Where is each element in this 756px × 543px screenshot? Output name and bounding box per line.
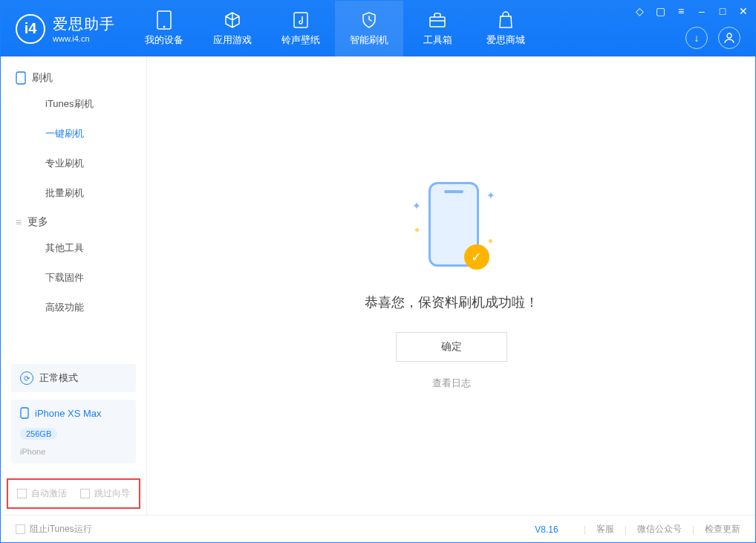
phone-icon: [16, 71, 26, 85]
svg-rect-5: [16, 72, 25, 84]
options-highlight: 自动激活 跳过向导: [7, 478, 140, 509]
app-logo-icon: i4: [16, 14, 45, 44]
update-link[interactable]: 检查更新: [705, 523, 740, 536]
wechat-link[interactable]: 微信公众号: [637, 523, 682, 536]
svg-rect-6: [21, 408, 28, 418]
sidebar-item-advanced[interactable]: 高级功能: [16, 293, 131, 322]
option-block-itunes[interactable]: 阻止iTunes运行: [16, 523, 92, 536]
nav-wallpaper[interactable]: 铃声壁纸: [267, 1, 335, 56]
main-content: ✦✦ ✓ 恭喜您，保资料刷机成功啦！ 确定 查看日志: [147, 56, 755, 515]
sidebar-section-more: ≡ 更多: [16, 215, 131, 229]
svg-rect-3: [430, 17, 445, 27]
check-badge-icon: ✓: [464, 244, 489, 270]
checkbox-icon[interactable]: [17, 489, 27, 498]
checkbox-icon[interactable]: [80, 489, 90, 498]
mode-card[interactable]: ⟳ 正常模式: [11, 364, 136, 392]
option-skip-guide[interactable]: 跳过向导: [80, 487, 130, 500]
success-message: 恭喜您，保资料刷机成功啦！: [365, 293, 538, 311]
app-subtitle: www.i4.cn: [53, 34, 115, 43]
nav-my-device[interactable]: 我的设备: [130, 1, 198, 56]
nav-toolbox[interactable]: 工具箱: [403, 1, 472, 56]
logo: i4 爱思助手 www.i4.cn: [1, 14, 130, 44]
maximize-icon[interactable]: □: [717, 5, 729, 17]
sidebar-item-oneclick[interactable]: 一键刷机: [16, 119, 131, 149]
download-button[interactable]: ↓: [685, 27, 708, 49]
device-icon: [155, 11, 173, 29]
ok-button[interactable]: 确定: [396, 332, 507, 362]
cube-icon: [224, 11, 241, 29]
sidebar: 刷机 iTunes刷机 一键刷机 专业刷机 批量刷机 ≡ 更多 其他工具 下载固…: [1, 56, 147, 515]
option-auto-activate[interactable]: 自动激活: [17, 487, 67, 500]
window-controls: ◇ ▢ ≡ – □ ✕: [633, 5, 749, 17]
nav-apps[interactable]: 应用游戏: [198, 1, 267, 56]
success-illustration: ✦✦ ✓: [418, 182, 485, 271]
sidebar-section-flash: 刷机: [16, 71, 131, 85]
minimize-icon[interactable]: –: [696, 5, 708, 17]
feedback-icon[interactable]: ▢: [654, 5, 666, 17]
bag-icon: [497, 11, 515, 29]
version-label: V8.16: [535, 524, 558, 535]
support-link[interactable]: 客服: [596, 523, 614, 536]
close-icon[interactable]: ✕: [737, 5, 749, 17]
user-button[interactable]: [718, 27, 740, 49]
mode-icon: ⟳: [20, 371, 33, 385]
sidebar-item-itunes[interactable]: iTunes刷机: [16, 89, 131, 119]
header: i4 爱思助手 www.i4.cn 我的设备 应用游戏 铃声壁纸 智能刷机 工具…: [1, 1, 755, 56]
sidebar-item-firmware[interactable]: 下载固件: [16, 263, 131, 293]
svg-rect-2: [294, 13, 307, 27]
device-type: iPhone: [20, 447, 45, 456]
checkbox-icon[interactable]: [16, 524, 25, 534]
nav-store[interactable]: 爱思商城: [472, 1, 540, 56]
device-card[interactable]: iPhone XS Max 256GB iPhone: [11, 400, 136, 464]
view-log-link[interactable]: 查看日志: [432, 377, 471, 390]
svg-point-1: [163, 25, 166, 27]
nav-flash[interactable]: 智能刷机: [335, 1, 403, 56]
theme-icon[interactable]: ◇: [633, 5, 645, 17]
music-icon: [292, 11, 310, 29]
menu-icon[interactable]: ≡: [675, 5, 687, 17]
shield-icon: [360, 11, 378, 29]
sidebar-item-other[interactable]: 其他工具: [16, 233, 131, 263]
top-nav: 我的设备 应用游戏 铃声壁纸 智能刷机 工具箱 爱思商城: [130, 1, 540, 56]
phone-icon: [20, 407, 29, 419]
sidebar-item-batch[interactable]: 批量刷机: [16, 178, 131, 208]
sidebar-item-pro[interactable]: 专业刷机: [16, 149, 131, 178]
device-storage: 256GB: [20, 428, 57, 440]
footer: 阻止iTunes运行 V8.16 | 客服 | 微信公众号 | 检查更新: [1, 515, 755, 543]
svg-point-4: [727, 33, 731, 38]
list-icon: ≡: [16, 216, 22, 228]
toolbox-icon: [428, 11, 446, 29]
app-title: 爱思助手: [53, 14, 115, 34]
